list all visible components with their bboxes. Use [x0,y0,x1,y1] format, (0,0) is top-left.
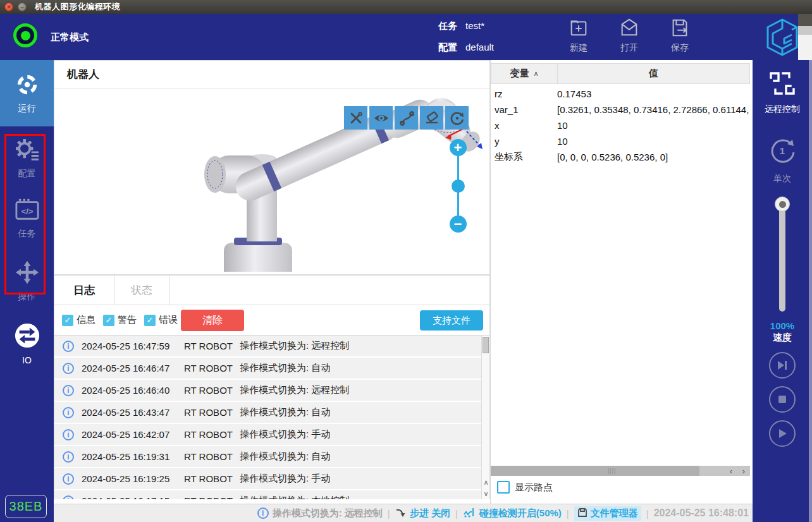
statusbar-file-manager[interactable]: 文件管理器 [574,506,641,521]
clear-log-button[interactable]: 清除 [181,310,244,331]
eraser-button[interactable] [420,106,443,130]
status-badge[interactable]: 38EB [5,495,47,518]
variable-row[interactable]: x10 [491,118,750,133]
left-sidebar: 运行 配置 [0,60,54,522]
sidebar-item-config[interactable]: 配置 [0,138,54,179]
log-row[interactable]: i 2024-05-25 16:42:07 RT ROBOT 操作模式切换为: … [54,424,489,445]
sidebar-item-operate[interactable]: 操作 [0,260,54,303]
reset-view-button[interactable] [445,106,469,130]
config-label: 配置 [438,42,457,54]
task-label: 任务 [438,20,457,32]
tab-status[interactable]: 状态 [114,276,169,305]
column-header-variable[interactable]: 变量∧ [491,64,558,83]
log-filterbar: ✓ 信息 ✓ 警告 ✓ 错误 清除 支持文件 [54,305,489,336]
info-icon: i [63,429,74,440]
log-row[interactable]: i 2024-05-25 16:17:15 RT ROBOT 操作模式切换为: … [54,490,489,499]
support-files-button[interactable]: 支持文件 [420,310,483,331]
info-icon: i [63,385,74,396]
filter-warning-checkbox[interactable]: ✓ 警告 [103,314,137,326]
statusbar-datetime: 2024-05-25 16:48:01 [654,507,749,519]
sidebar-item-run[interactable]: 运行 [0,60,54,126]
corner-strip [798,14,812,60]
viewport-toolbar [344,106,469,130]
variable-row[interactable]: rz0.17453 [491,86,750,102]
zoom-in-button[interactable]: + [450,139,467,156]
info-icon: i [63,451,74,463]
log-list[interactable]: i 2024-05-25 16:47:59 RT ROBOT 操作模式切换为: … [54,336,489,499]
robot-panel: 机器人 [54,60,490,275]
svg-text:</>: </> [21,207,33,216]
scroll-up-button[interactable]: ∧ [482,476,489,488]
column-header-value[interactable]: 值 [558,64,749,83]
run-icon [15,73,39,99]
right-sidebar: 远程控制 1 单次 100% 速度 [753,60,812,522]
single-run-button[interactable]: 1 单次 [753,135,812,185]
speed-label: 速度 [753,332,812,344]
zoom-out-button[interactable]: − [450,215,467,233]
log-scrollbar[interactable]: ∧ ∨ [481,336,489,499]
app-header: 正常模式 任务 test* 配置 default 新建 打开 [0,14,812,60]
step-icon [395,507,406,519]
scroll-down-button[interactable]: ∨ [482,488,489,499]
sidebar-item-task[interactable]: </> 任务 [0,198,54,240]
gear-icon [14,138,40,164]
save-button[interactable]: 保存 [660,17,700,58]
window-close-button[interactable]: ✕ [4,3,13,11]
window-minimize-button[interactable]: – [18,3,27,11]
info-icon: i [63,473,74,485]
open-button[interactable]: 打开 [609,17,649,58]
hscroll-left-button[interactable]: ‹ [725,466,737,476]
log-tabbar: 日志 状态 [54,275,489,305]
variables-hscrollbar[interactable]: |||| ‹ › [491,466,750,476]
hscroll-right-button[interactable]: › [737,466,750,476]
window-title: 机器人图形化编程环境 [35,1,120,13]
variable-row[interactable]: 坐标系[0, 0, 0, 0.5236, 0.5236, 0] [491,149,750,165]
statusbar-collision-toggle[interactable]: 碰撞检测开启(50%) [463,507,562,519]
log-row[interactable]: i 2024-05-25 16:19:25 RT ROBOT 操作模式切换为: … [54,468,489,489]
zoom-slider-handle[interactable] [452,179,465,193]
filter-info-checkbox[interactable]: ✓ 信息 [62,314,95,326]
stop-button[interactable] [769,386,796,413]
variables-panel: 变量∧ 值 rz0.17453 var_1[0.3261, 0.35348, 0… [490,60,753,522]
log-row[interactable]: i 2024-05-25 16:43:47 RT ROBOT 操作模式切换为: … [54,402,489,423]
zoom-control: + − [449,139,467,233]
log-scrollbar-thumb[interactable] [483,337,489,353]
single-cycle-icon: 1 [766,135,799,170]
window-titlebar: ✕ – 机器人图形化编程环境 [0,0,812,14]
visibility-button[interactable] [369,106,393,130]
tab-log[interactable]: 日志 [54,276,114,305]
log-row[interactable]: i 2024-05-25 16:19:31 RT ROBOT 操作模式切换为: … [54,446,489,467]
path-button[interactable] [395,106,418,130]
task-value: test* [465,20,484,32]
speed-percent: 100% [753,320,812,331]
new-button[interactable]: 新建 [558,17,599,58]
info-icon: i [63,363,74,374]
sidebar-item-io[interactable]: IO [0,322,54,365]
variable-row[interactable]: y10 [491,133,750,149]
robot-3d-viewport[interactable]: + − [54,88,489,274]
sort-caret-icon: ∧ [533,70,538,78]
mode-status-label: 正常模式 [51,32,89,44]
remote-control-button[interactable]: 远程控制 [753,69,812,115]
statusbar-step-toggle[interactable]: 步进 关闭 [395,507,450,519]
io-icon [14,322,40,351]
hscrollbar-grip: |||| [608,468,617,474]
zoom-slider-track-lower[interactable] [457,191,459,216]
code-window-icon: </> [14,198,40,224]
log-row[interactable]: i 2024-05-25 16:46:40 RT ROBOT 操作模式切换为: … [54,380,489,401]
robot-panel-title: 机器人 [67,67,99,82]
hscrollbar-thumb[interactable] [491,466,699,476]
zoom-slider-track[interactable] [457,156,459,181]
variable-row[interactable]: var_1[0.3261, 0.35348, 0.73416, 2.72866,… [491,102,750,118]
play-button[interactable] [769,420,796,447]
variables-rows: rz0.17453 var_1[0.3261, 0.35348, 0.73416… [491,86,750,165]
filter-error-checkbox[interactable]: ✓ 错误 [144,314,178,326]
log-row[interactable]: i 2024-05-25 16:46:47 RT ROBOT 操作模式切换为: … [54,358,489,379]
speed-slider[interactable] [779,198,785,312]
open-file-icon [618,17,640,41]
log-row[interactable]: i 2024-05-25 16:47:59 RT ROBOT 操作模式切换为: … [54,336,489,356]
step-forward-button[interactable] [769,352,796,379]
speed-slider-handle[interactable] [775,197,790,212]
show-waypoints-checkbox[interactable]: 显示路点 [497,481,553,494]
tools-button[interactable] [344,106,367,130]
